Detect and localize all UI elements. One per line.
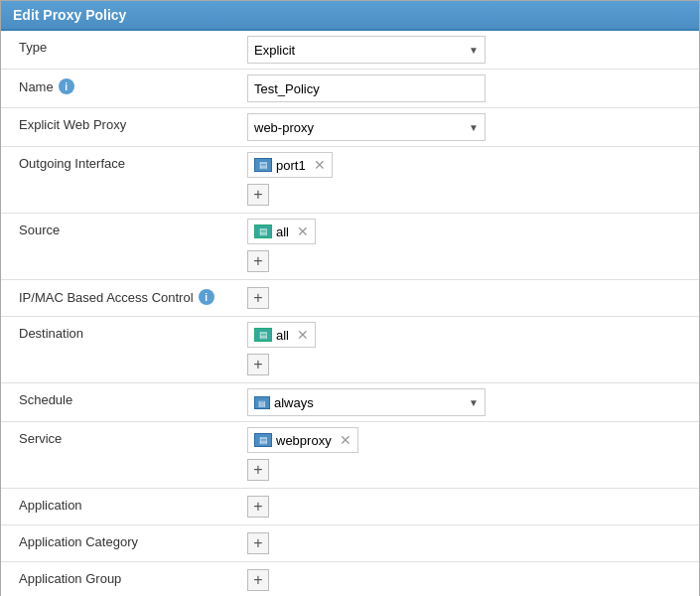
application-group-add-button[interactable]: + — [247, 569, 269, 591]
schedule-value-cell: ▤ always ▼ — [239, 383, 699, 421]
name-label: Name i — [1, 70, 239, 103]
name-info-icon[interactable]: i — [59, 78, 74, 94]
application-value-cell: + — [239, 489, 699, 524]
form-body: Type Explicit ▼ Name i Explicit Web Prox… — [1, 31, 699, 596]
destination-all-tag: ▤ all ✕ — [247, 322, 316, 348]
application-category-add-row: + — [247, 530, 691, 556]
outgoing-interface-value-cell: ▤ port1 ✕ + — [239, 147, 699, 213]
application-row: Application + — [1, 489, 699, 525]
ipmac-row: IP/MAC Based Access Control i + — [1, 280, 699, 317]
application-group-label: Application Group — [1, 562, 239, 595]
destination-row: Destination ▤ all ✕ + — [1, 317, 699, 383]
window-title: Edit Proxy Policy — [13, 7, 126, 23]
schedule-select[interactable]: ▤ always ▼ — [247, 388, 486, 416]
type-label: Type — [1, 31, 239, 64]
port1-tag-icon: ▤ — [254, 158, 272, 172]
explicit-web-proxy-dropdown-icon: ▼ — [469, 122, 479, 133]
source-all-tag: ▤ all ✕ — [247, 219, 316, 244]
source-tag-icon: ▤ — [254, 224, 272, 238]
explicit-web-proxy-select[interactable]: web-proxy ▼ — [247, 113, 486, 141]
destination-remove-button[interactable]: ✕ — [297, 327, 309, 343]
destination-add-button[interactable]: + — [247, 354, 269, 375]
service-tags: ▤ webproxy ✕ — [247, 427, 358, 453]
title-bar: Edit Proxy Policy — [1, 1, 699, 31]
edit-proxy-policy-window: Edit Proxy Policy Type Explicit ▼ Name i — [0, 0, 700, 596]
destination-label: Destination — [1, 317, 239, 350]
service-value-cell: ▤ webproxy ✕ + — [239, 422, 699, 488]
source-tags: ▤ all ✕ — [247, 219, 316, 244]
schedule-row: Schedule ▤ always ▼ — [1, 383, 699, 422]
port1-tag: ▤ port1 ✕ — [247, 152, 333, 178]
ipmac-add-row: + — [247, 285, 691, 311]
application-category-value-cell: + — [239, 525, 699, 561]
outgoing-interface-tags: ▤ port1 ✕ — [247, 152, 333, 178]
service-row: Service ▤ webproxy ✕ + — [1, 422, 699, 489]
outgoing-interface-row: Outgoing Interface ▤ port1 ✕ + — [1, 147, 699, 214]
application-label: Application — [1, 489, 239, 522]
service-label: Service — [1, 422, 239, 455]
application-category-label: Application Category — [1, 525, 239, 558]
application-category-row: Application Category + — [1, 525, 699, 562]
service-add-button[interactable]: + — [247, 459, 269, 481]
destination-tags: ▤ all ✕ — [247, 322, 316, 348]
outgoing-interface-label: Outgoing Interface — [1, 147, 239, 180]
type-row: Type Explicit ▼ — [1, 31, 699, 70]
destination-tag-icon: ▤ — [254, 328, 272, 342]
name-row: Name i — [1, 70, 699, 108]
type-value-cell: Explicit ▼ — [239, 31, 699, 69]
application-category-add-button[interactable]: + — [247, 532, 269, 554]
service-remove-button[interactable]: ✕ — [340, 432, 351, 448]
type-dropdown-icon: ▼ — [469, 45, 479, 56]
ipmac-label: IP/MAC Based Access Control i — [1, 280, 239, 314]
application-group-add-row: + — [247, 567, 691, 593]
schedule-icon: ▤ — [254, 396, 270, 409]
source-tag-label: all — [276, 224, 289, 239]
port1-tag-label: port1 — [276, 158, 306, 173]
ipmac-value-cell: + — [239, 280, 699, 316]
source-remove-button[interactable]: ✕ — [297, 224, 309, 239]
port1-remove-button[interactable]: ✕ — [314, 157, 326, 173]
destination-add-row: + — [247, 352, 691, 377]
application-add-button[interactable]: + — [247, 496, 269, 518]
source-label: Source — [1, 214, 239, 246]
source-add-row: + — [247, 248, 691, 274]
source-add-button[interactable]: + — [247, 250, 269, 272]
schedule-label: Schedule — [1, 383, 239, 416]
explicit-web-proxy-row: Explicit Web Proxy web-proxy ▼ — [1, 108, 699, 147]
service-tag-icon: ▤ — [254, 433, 272, 447]
ipmac-info-icon[interactable]: i — [199, 289, 214, 305]
destination-value-cell: ▤ all ✕ + — [239, 317, 699, 382]
name-input[interactable] — [247, 74, 486, 102]
outgoing-interface-add-row: + — [247, 182, 691, 208]
schedule-dropdown-icon: ▼ — [469, 397, 479, 408]
ipmac-add-button[interactable]: + — [247, 287, 269, 309]
source-row: Source ▤ all ✕ + — [1, 214, 699, 280]
name-value-cell — [239, 70, 699, 107]
service-webproxy-tag: ▤ webproxy ✕ — [247, 427, 358, 453]
application-group-row: Application Group + — [1, 562, 699, 596]
type-select[interactable]: Explicit ▼ — [247, 36, 486, 64]
service-tag-label: webproxy — [276, 433, 332, 448]
application-group-value-cell: + — [239, 562, 699, 596]
schedule-value: always — [274, 395, 314, 410]
explicit-web-proxy-value-cell: web-proxy ▼ — [239, 108, 699, 146]
outgoing-interface-add-button[interactable]: + — [247, 184, 269, 206]
destination-tag-label: all — [276, 328, 289, 343]
service-add-row: + — [247, 457, 691, 483]
explicit-web-proxy-label: Explicit Web Proxy — [1, 108, 239, 141]
source-value-cell: ▤ all ✕ + — [239, 214, 699, 279]
application-add-row: + — [247, 494, 691, 520]
